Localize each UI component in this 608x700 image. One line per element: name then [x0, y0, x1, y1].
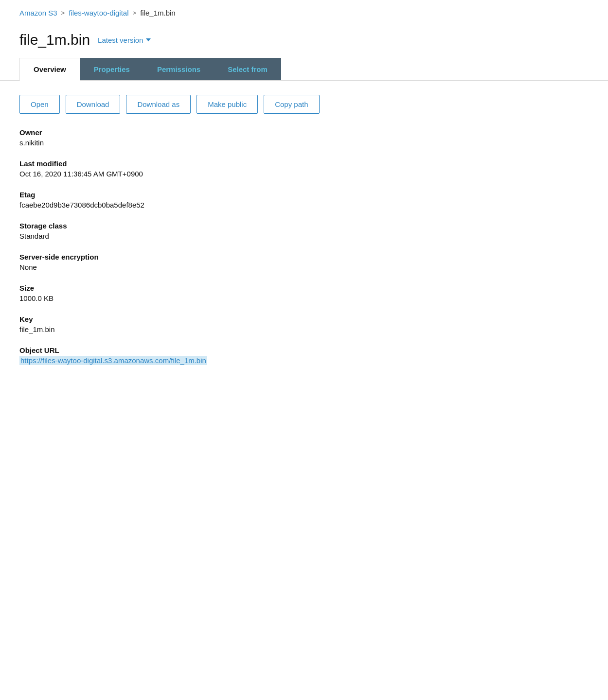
page-title-area: file_1m.bin Latest version [0, 22, 608, 53]
tab-properties[interactable]: Properties [80, 58, 143, 80]
object-url-label: Object URL [19, 346, 589, 354]
object-url-value[interactable]: https://files-waytoo-digital.s3.amazonaw… [19, 356, 207, 365]
etag-group: Etag fcaebe20d9b3e73086dcb0ba5def8e52 [19, 191, 589, 209]
breadcrumb-sep2: > [133, 9, 137, 17]
key-group: Key file_1m.bin [19, 315, 589, 333]
etag-value: fcaebe20d9b3e73086dcb0ba5def8e52 [19, 201, 589, 209]
breadcrumb-bucket-link[interactable]: files-waytoo-digital [69, 9, 128, 17]
main-container: Amazon S3 > files-waytoo-digital > file_… [0, 0, 608, 700]
breadcrumb-file: file_1m.bin [140, 9, 176, 17]
server-side-encryption-value: None [19, 263, 589, 271]
open-button[interactable]: Open [19, 95, 60, 114]
owner-label: Owner [19, 128, 589, 137]
size-value: 1000.0 KB [19, 294, 589, 302]
key-value: file_1m.bin [19, 325, 589, 333]
server-side-encryption-group: Server-side encryption None [19, 253, 589, 271]
owner-value: s.nikitin [19, 139, 589, 147]
details-area: Owner s.nikitin Last modified Oct 16, 20… [0, 123, 608, 397]
page-title: file_1m.bin [19, 32, 90, 48]
tab-permissions[interactable]: Permissions [143, 58, 214, 80]
tab-select-from[interactable]: Select from [214, 58, 281, 80]
copy-path-button[interactable]: Copy path [264, 95, 319, 114]
download-as-button[interactable]: Download as [126, 95, 191, 114]
download-button[interactable]: Download [66, 95, 121, 114]
breadcrumb-s3-link[interactable]: Amazon S3 [19, 9, 57, 17]
storage-class-label: Storage class [19, 222, 589, 230]
version-dropdown-button[interactable]: Latest version [98, 36, 151, 44]
make-public-button[interactable]: Make public [197, 95, 258, 114]
server-side-encryption-label: Server-side encryption [19, 253, 589, 261]
tabs-container: Overview Properties Permissions Select f… [0, 58, 608, 81]
actions-area: Open Download Download as Make public Co… [0, 81, 608, 123]
size-label: Size [19, 284, 589, 292]
last-modified-group: Last modified Oct 16, 2020 11:36:45 AM G… [19, 159, 589, 178]
version-dropdown-label: Latest version [98, 36, 143, 44]
owner-group: Owner s.nikitin [19, 128, 589, 147]
last-modified-label: Last modified [19, 159, 589, 168]
last-modified-value: Oct 16, 2020 11:36:45 AM GMT+0900 [19, 170, 589, 178]
storage-class-group: Storage class Standard [19, 222, 589, 240]
breadcrumb: Amazon S3 > files-waytoo-digital > file_… [0, 0, 608, 22]
etag-label: Etag [19, 191, 589, 199]
storage-class-value: Standard [19, 232, 589, 240]
key-label: Key [19, 315, 589, 323]
size-group: Size 1000.0 KB [19, 284, 589, 302]
tab-overview[interactable]: Overview [19, 58, 80, 81]
chevron-down-icon [146, 38, 151, 41]
breadcrumb-sep1: > [61, 9, 65, 17]
object-url-group: Object URL https://files-waytoo-digital.… [19, 346, 589, 365]
